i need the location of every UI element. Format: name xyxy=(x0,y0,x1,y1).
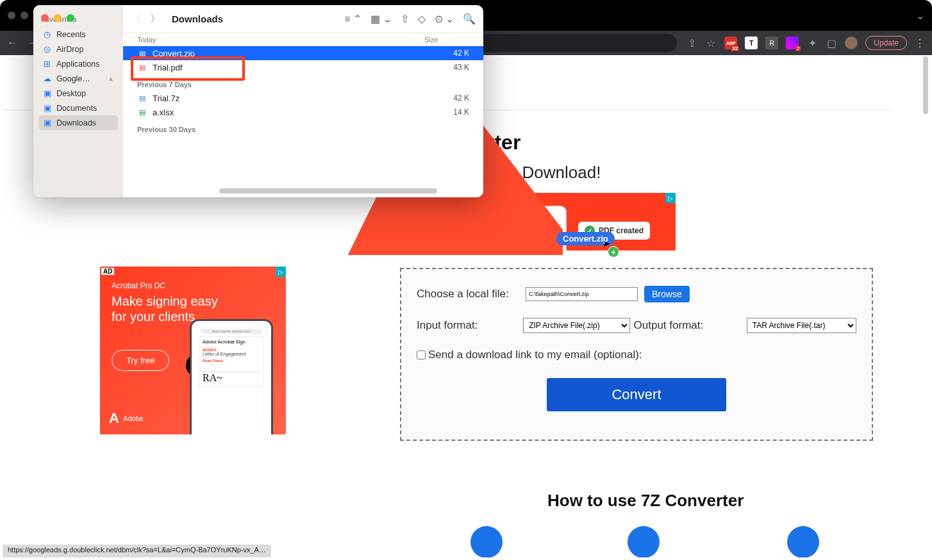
more-icon[interactable]: ⊙ ⌄ xyxy=(435,13,454,25)
finder-main: 〈 〉 Downloads ≡ ⌃ ▦ ⌄ ⇧ ◇ ⊙ ⌄ 🔍 Today Si… xyxy=(123,5,483,197)
input-format-label: Input format: xyxy=(417,319,523,332)
ad-info-icon[interactable]: ▷ xyxy=(276,267,286,277)
back-button[interactable]: ← xyxy=(6,37,18,49)
finder-toolbar: 〈 〉 Downloads ≡ ⌃ ▦ ⌄ ⇧ ◇ ⊙ ⌄ 🔍 xyxy=(123,5,483,33)
finder-columns: Today Size xyxy=(123,33,483,46)
finder-scrollbar[interactable] xyxy=(219,188,476,194)
finder-sidebar: Favourites ◷Recents◎AirDrop⊞Applications… xyxy=(33,5,123,197)
clock-icon: ◷ xyxy=(42,29,52,39)
sidebar-item-applications[interactable]: ⊞Applications xyxy=(38,56,118,71)
step-circle xyxy=(787,526,819,557)
apps-icon: ⊞ xyxy=(42,59,52,69)
tag-icon[interactable]: ◇ xyxy=(418,13,426,25)
sidebar-item-recents[interactable]: ◷Recents xyxy=(38,27,118,42)
share-icon[interactable]: ⇧ xyxy=(401,13,409,25)
file-row[interactable]: ▤Trial.7z42 K xyxy=(123,91,483,105)
update-button[interactable]: Update xyxy=(865,36,907,50)
tabs-overflow-icon[interactable]: ⌄ xyxy=(916,10,924,22)
folder-icon: ▣ xyxy=(42,118,52,128)
extension-t-icon[interactable]: T xyxy=(745,37,758,49)
email-link-checkbox[interactable] xyxy=(417,350,426,359)
finder-forward-icon[interactable]: 〉 xyxy=(150,12,160,26)
sidebar-item-airdrop[interactable]: ◎AirDrop xyxy=(38,42,118,56)
acrobat-icon: ✎ xyxy=(512,224,529,242)
ad-banner-left[interactable]: AD ▷ Acrobat Pro DC Make signing easyfor… xyxy=(100,267,286,434)
toolbar-right: ⇪ ☆ ABP 22 T R 2 ✦ ▢ Update ⋮ xyxy=(686,36,926,50)
menu-icon[interactable]: ⋮ xyxy=(915,37,926,49)
extensions-icon[interactable]: ✦ xyxy=(806,37,818,49)
file-path-input[interactable] xyxy=(526,287,638,301)
file-row[interactable]: ▤a.xlsx14 K xyxy=(123,105,483,119)
howto-heading: How to use 7Z Converter xyxy=(547,491,744,511)
search-icon[interactable]: 🔍 xyxy=(463,13,476,25)
page-subtitle-fragment: stant Download! xyxy=(481,163,601,183)
convert-button[interactable]: Convert xyxy=(547,378,726,411)
profile-avatar[interactable] xyxy=(845,37,858,49)
extension-r-icon[interactable]: R xyxy=(765,37,778,49)
ad-phone-graphic: documents.adobe.com Adobe Acrobat Sign B… xyxy=(190,319,273,434)
col-name[interactable]: Today xyxy=(137,36,424,44)
extension-color-icon[interactable]: 2 xyxy=(786,37,799,49)
file-icon: ▤ xyxy=(137,107,147,117)
sidebar-item-google[interactable]: ☁Google…▲ xyxy=(38,71,118,86)
input-format-select[interactable]: ZIP Archive File(.zip) xyxy=(523,318,629,333)
file-icon: ▤ xyxy=(137,93,147,103)
cloud-icon: ☁ xyxy=(42,74,52,83)
ad-brand: AAdobe xyxy=(109,410,144,427)
status-bar: https://googleads.g.doubleclick.net/dbm/… xyxy=(3,545,271,557)
airdrop-icon: ◎ xyxy=(42,44,52,54)
finder-window-controls[interactable] xyxy=(41,14,74,22)
ad-info-icon[interactable]: ▷ xyxy=(665,193,676,203)
step-circle xyxy=(470,526,503,557)
view-list-icon[interactable]: ≡ ⌃ xyxy=(344,13,362,25)
ad-product: Acrobat Pro DC xyxy=(112,281,165,290)
output-format-label: Output format: xyxy=(634,319,740,332)
extension-adblock-icon[interactable]: ABP 22 xyxy=(724,37,737,49)
finder-window: Favourites ◷Recents◎AirDrop⊞Applications… xyxy=(33,5,483,197)
section-header: Previous 30 Days xyxy=(123,123,483,136)
ad-cta-button[interactable]: Try free xyxy=(112,350,169,371)
col-size[interactable]: Size xyxy=(424,36,469,44)
email-link-label: Send a download link to my email (option… xyxy=(428,349,642,361)
page-scrollbar[interactable] xyxy=(920,55,929,557)
sidebar-item-downloads[interactable]: ▣Downloads xyxy=(38,115,118,130)
folder-icon: ▣ xyxy=(42,103,52,113)
bookmark-icon[interactable]: ☆ xyxy=(705,37,717,49)
view-group-icon[interactable]: ▦ ⌄ xyxy=(370,13,391,25)
finder-back-icon[interactable]: 〈 xyxy=(131,12,141,26)
share-icon[interactable]: ⇪ xyxy=(686,37,697,49)
output-format-select[interactable]: TAR Archive File(.tar) xyxy=(747,318,856,333)
ad-invoice-label: INVOICE xyxy=(529,231,553,238)
annotation-highlight-box xyxy=(131,56,245,81)
drag-plus-icon: + xyxy=(608,246,619,258)
page-title-fragment: rter xyxy=(487,131,520,154)
sidebar-item-documents[interactable]: ▣Documents xyxy=(38,101,118,115)
folder-icon: ▣ xyxy=(42,88,52,98)
browse-button[interactable]: Browse xyxy=(644,286,690,302)
finder-title: Downloads xyxy=(172,13,223,24)
ad-tag: AD xyxy=(101,268,114,275)
converter-form: Choose a local file: Browse Input format… xyxy=(400,268,873,441)
step-circle xyxy=(628,526,660,557)
sidebar-item-desktop[interactable]: ▣Desktop xyxy=(38,86,118,101)
devices-icon[interactable]: ▢ xyxy=(826,37,837,49)
choose-file-label: Choose a local file: xyxy=(417,288,526,301)
